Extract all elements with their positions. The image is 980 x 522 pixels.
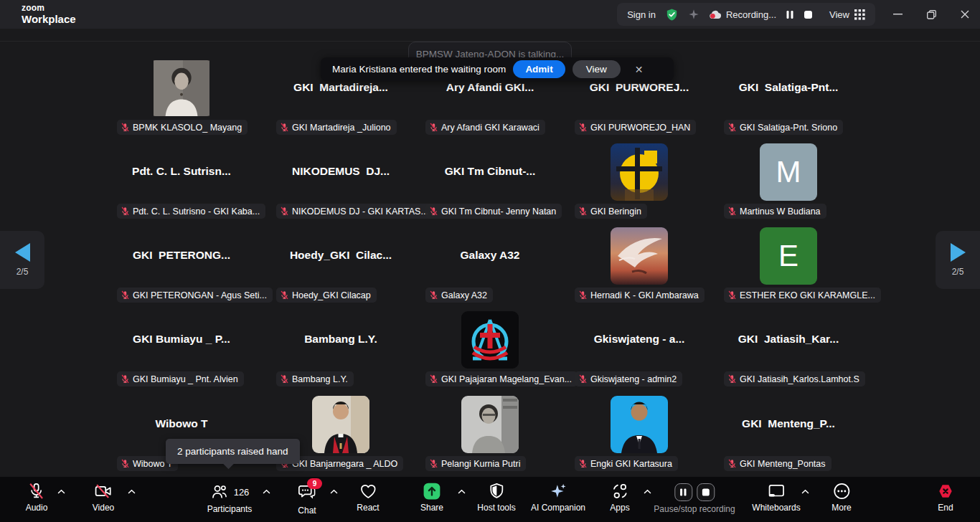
ai-companion-status-icon[interactable] — [688, 9, 699, 20]
chat-unread-badge: 9 — [307, 478, 322, 489]
participant-tile[interactable]: GKI Menteng_P...GKI Menteng_Pontas — [714, 394, 863, 473]
participant-tile[interactable]: Engki GKI Kartasura — [565, 394, 714, 473]
apps-icon — [611, 482, 629, 500]
banner-close-icon[interactable]: ✕ — [631, 64, 648, 75]
participant-display-name: NIKODEMUS DJ... — [262, 165, 420, 178]
share-options-caret[interactable] — [458, 489, 466, 494]
participant-tile[interactable]: Bambang L.Y.Bambang L.Y. — [266, 309, 415, 388]
security-shield-icon[interactable] — [665, 8, 679, 22]
participant-name-label: GKI Tm Cibnut- Jenny Natan — [425, 204, 562, 219]
participants-button[interactable]: 126 Participants — [207, 482, 253, 514]
ai-companion-button[interactable]: AI Companion — [531, 482, 585, 513]
participant-tile[interactable]: GKI Tm Cibnut-...GKI Tm Cibnut- Jenny Na… — [415, 141, 565, 220]
audio-options-caret[interactable] — [57, 489, 65, 494]
more-label: More — [831, 503, 851, 513]
pause-recording-button[interactable] — [674, 483, 692, 501]
chat-label: Chat — [298, 506, 316, 516]
previous-page-button[interactable]: 2/5 — [0, 231, 44, 289]
muted-mic-icon — [121, 123, 130, 132]
admit-button[interactable]: Admit — [513, 60, 565, 78]
participant-display-name: GKI Tm Cibnut-... — [411, 165, 569, 178]
participant-name-label: GKI Martadireja _Juliono — [276, 120, 397, 135]
participants-options-caret[interactable] — [263, 489, 270, 494]
muted-mic-icon — [578, 290, 588, 300]
whiteboards-options-caret[interactable] — [801, 489, 809, 494]
whiteboards-icon — [767, 482, 786, 500]
audio-label: Audio — [26, 503, 48, 513]
participant-tile[interactable]: BPMK KLASOLO_ Mayang — [107, 57, 256, 136]
react-label: React — [357, 503, 379, 513]
participant-tile[interactable]: Pelangi Kurnia Putri — [415, 394, 565, 473]
more-ellipsis-icon — [832, 482, 851, 500]
participant-tile[interactable]: MMartinus W Budiana — [714, 141, 863, 220]
stop-recording-icon[interactable] — [804, 10, 813, 19]
pause-recording-icon[interactable] — [786, 10, 794, 19]
raised-hand-tooltip: 2 participants raised hand — [166, 439, 300, 464]
video-button[interactable]: Video — [93, 482, 114, 513]
recording-label: Recording... — [726, 9, 776, 20]
react-button[interactable]: React — [357, 482, 379, 513]
participant-avatar — [461, 311, 519, 369]
waiting-room-banner: Maria Kristiana entered the waiting room… — [321, 57, 674, 81]
participant-display-name: GKI Jatiasih_Kar... — [710, 333, 867, 346]
host-tools-label: Host tools — [477, 503, 515, 513]
muted-mic-icon — [429, 459, 438, 468]
sign-in-button[interactable]: Sign in — [627, 9, 656, 20]
end-meeting-button[interactable]: End — [936, 482, 955, 513]
muted-mic-icon — [280, 290, 289, 300]
participant-tile[interactable]: Hernadi K - GKI Ambarawa — [565, 225, 714, 304]
share-button[interactable]: Share — [420, 482, 443, 513]
end-meeting-icon — [936, 482, 955, 500]
previous-page-arrow-icon — [15, 243, 30, 262]
banner-view-button[interactable]: View — [573, 60, 621, 78]
host-tools-button[interactable]: Host tools — [477, 482, 515, 513]
gallery-grid-icon — [854, 9, 865, 20]
muted-mic-icon — [27, 482, 46, 500]
next-page-button[interactable]: 2/5 — [936, 231, 980, 289]
minimize-button[interactable] — [885, 3, 910, 26]
participant-name-label: GKI Jatiasih_Karlos.Lamhot.S — [724, 371, 865, 386]
participant-name-text: Galaxy A32 — [441, 290, 487, 300]
participant-name-label: Pelangi Kurnia Putri — [425, 456, 526, 471]
participant-name-text: GKI Jatiasih_Karlos.Lamhot.S — [740, 374, 859, 384]
participant-tile[interactable]: Gkiswjateng - a...Gkiswjateng - admin2 — [565, 309, 714, 388]
participant-tile[interactable]: Hoedy_GKI Cilac...Hoedy_GKI Cilacap — [266, 225, 415, 304]
participant-tile[interactable]: GKI Salatiga-Pnt...GKI Salatiga-Pnt. Sri… — [714, 57, 863, 136]
close-window-button[interactable] — [953, 3, 977, 26]
participant-display-name: GKI Martadireja... — [262, 81, 420, 94]
participant-tile[interactable]: EESTHER EKO GKI KARAMGLE... — [714, 225, 863, 304]
participant-tile[interactable]: GKI Jatiasih_Kar...GKI Jatiasih_Karlos.L… — [714, 309, 863, 388]
participant-display-name: Wibowo T — [103, 417, 260, 430]
chat-button[interactable]: 9 Chat — [298, 482, 316, 516]
video-options-caret[interactable] — [128, 489, 136, 494]
participant-tile[interactable]: GKI Beringin — [565, 141, 714, 220]
participant-name-label: GKI PETERONGAN - Agus Seti... — [117, 288, 273, 303]
view-button[interactable]: View — [829, 9, 865, 20]
participant-tile[interactable]: GKI PETERONG...GKI PETERONGAN - Agus Set… — [107, 225, 256, 304]
participant-display-name: Hoedy_GKI Cilac... — [262, 249, 420, 262]
apps-options-caret[interactable] — [644, 489, 651, 494]
participant-name-text: ESTHER EKO GKI KARAMGLE... — [740, 290, 875, 300]
whiteboards-button[interactable]: Whiteboards — [752, 482, 800, 513]
view-label: View — [829, 9, 849, 20]
stop-recording-button[interactable] — [697, 483, 715, 501]
page-indicator-left: 2/5 — [17, 267, 29, 277]
participant-name-text: Bambang L.Y. — [292, 374, 348, 384]
apps-button[interactable]: Apps — [610, 482, 629, 513]
ai-companion-sparkle-icon — [549, 482, 567, 500]
participant-name-text: Pelangi Kurnia Putri — [441, 459, 520, 469]
participants-count: 126 — [234, 487, 250, 498]
muted-mic-icon — [280, 123, 289, 132]
participant-tile[interactable]: Galaxy A32Galaxy A32 — [415, 225, 565, 304]
participant-name-text: GKI Salatiga-Pnt. Sriono — [740, 123, 837, 133]
participant-tile[interactable]: GKI Bumiayu _ P...GKI Bumiayu _ Pnt. Alv… — [107, 309, 256, 388]
participant-tile[interactable]: NIKODEMUS DJ...NIKODEMUS DJ - GKI KARTAS… — [266, 141, 415, 220]
audio-button[interactable]: Audio — [26, 482, 48, 513]
maximize-restore-button[interactable] — [919, 3, 943, 26]
participant-tile[interactable]: GKI Pajajaran Magelang_Evan... — [415, 309, 565, 388]
participant-tile[interactable]: Pdt. C. L. Sutrisn...Pdt. C. L. Sutrisno… — [107, 141, 256, 220]
page-indicator-right: 2/5 — [952, 267, 964, 277]
more-button[interactable]: More — [831, 482, 851, 513]
muted-camera-icon — [94, 482, 113, 500]
chat-options-caret[interactable] — [330, 489, 338, 494]
